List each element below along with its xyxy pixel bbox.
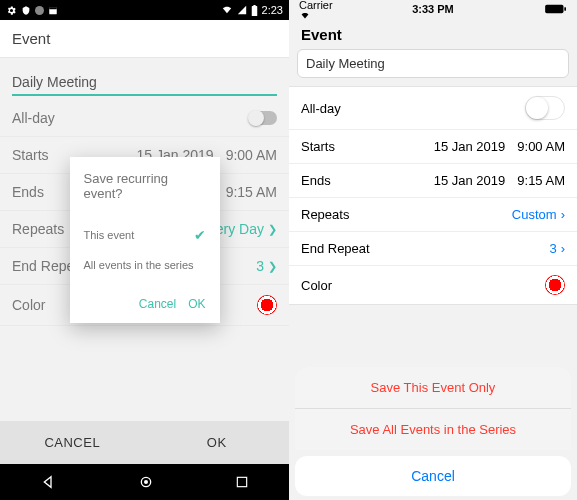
color-row[interactable]: Color — [289, 266, 577, 304]
ends-date: 15 Jan 2019 — [434, 173, 506, 188]
ends-time: 9:15 AM — [517, 173, 565, 188]
battery-icon — [251, 5, 258, 16]
svg-rect-8 — [564, 7, 566, 10]
dialog-cancel-button[interactable]: Cancel — [139, 297, 176, 311]
repeats-value: Custom — [512, 207, 557, 222]
event-title-input[interactable] — [297, 49, 569, 78]
page-title: Event — [0, 20, 289, 58]
sheet-save-this-button[interactable]: Save This Event Only — [295, 367, 571, 409]
color-label: Color — [301, 278, 545, 293]
form-body: All-day Starts 15 Jan 2019 9:00 AM Ends … — [0, 58, 289, 421]
chevron-right-icon: ❯ — [268, 223, 277, 236]
gear-icon — [6, 5, 17, 16]
check-icon: ✔ — [194, 227, 206, 243]
end-repeat-row[interactable]: End Repeat 3 › — [289, 232, 577, 266]
starts-row[interactable]: Starts 15 Jan 2019 9:00 AM — [289, 130, 577, 164]
action-sheet: Save This Event Only Save All Events in … — [295, 367, 571, 450]
allday-row[interactable]: All-day — [289, 87, 577, 130]
ends-time: 9:15 AM — [226, 184, 277, 200]
android-statusbar: 2:23 — [0, 0, 289, 20]
cancel-button[interactable]: CANCEL — [0, 421, 145, 464]
status-time: 2:23 — [262, 4, 283, 16]
sheet-save-all-button[interactable]: Save All Events in the Series — [295, 409, 571, 450]
shield-icon — [21, 5, 31, 16]
battery-icon — [545, 4, 567, 14]
starts-time: 9:00 AM — [517, 139, 565, 154]
recents-icon[interactable] — [235, 475, 249, 489]
chevron-right-icon: ❯ — [268, 260, 277, 273]
svg-point-5 — [144, 480, 148, 484]
page-title: Event — [289, 18, 577, 49]
save-recurring-dialog: Save recurring event? This event ✔ All e… — [70, 157, 220, 323]
ios-screen: Carrier 3:33 PM Event All-day Starts 15 … — [289, 0, 577, 500]
back-icon[interactable] — [41, 474, 57, 490]
dialog-ok-button[interactable]: OK — [188, 297, 205, 311]
event-title-input[interactable] — [12, 70, 277, 96]
allday-switch[interactable] — [525, 96, 565, 120]
android-navbar — [0, 464, 289, 500]
svg-rect-7 — [545, 5, 563, 13]
svg-rect-3 — [253, 5, 255, 6]
chevron-right-icon: › — [561, 241, 565, 256]
ends-label: Ends — [301, 173, 434, 188]
wifi-icon — [221, 5, 233, 15]
end-repeat-value: 3 — [256, 258, 264, 274]
dialog-option-this-event[interactable]: This event ✔ — [84, 219, 206, 251]
starts-date: 15 Jan 2019 — [434, 139, 506, 154]
status-time: 3:33 PM — [412, 3, 454, 15]
dialog-option-label: This event — [84, 229, 135, 241]
end-repeat-value: 3 — [549, 241, 556, 256]
dialog-title: Save recurring event? — [84, 171, 206, 201]
ends-row[interactable]: Ends 15 Jan 2019 9:15 AM — [289, 164, 577, 198]
allday-label: All-day — [12, 110, 249, 126]
dot-icon — [35, 6, 44, 15]
end-repeat-label: End Repeat — [301, 241, 549, 256]
allday-row[interactable]: All-day — [0, 100, 289, 137]
calendar-icon — [48, 5, 58, 16]
sheet-cancel-button[interactable]: Cancel — [295, 456, 571, 496]
ios-statusbar: Carrier 3:33 PM — [289, 0, 577, 18]
repeats-label: Repeats — [301, 207, 512, 222]
color-swatch[interactable] — [257, 295, 277, 315]
color-swatch[interactable] — [545, 275, 565, 295]
settings-list: All-day Starts 15 Jan 2019 9:00 AM Ends … — [289, 86, 577, 305]
repeats-row[interactable]: Repeats Custom › — [289, 198, 577, 232]
allday-switch[interactable] — [249, 111, 277, 125]
svg-rect-1 — [49, 7, 57, 9]
starts-time: 9:00 AM — [226, 147, 277, 163]
footer-buttons: CANCEL OK — [0, 421, 289, 464]
android-screen: 2:23 Event All-day Starts 15 Jan 2019 9:… — [0, 0, 289, 500]
chevron-right-icon: › — [561, 207, 565, 222]
signal-icon — [237, 5, 247, 15]
starts-label: Starts — [301, 139, 434, 154]
dialog-option-all-events[interactable]: All events in the series — [84, 251, 206, 279]
allday-label: All-day — [301, 101, 525, 116]
dialog-option-label: All events in the series — [84, 259, 194, 271]
svg-rect-2 — [251, 6, 257, 16]
home-icon[interactable] — [138, 474, 154, 490]
svg-rect-6 — [237, 477, 246, 486]
ok-button[interactable]: OK — [145, 421, 290, 464]
